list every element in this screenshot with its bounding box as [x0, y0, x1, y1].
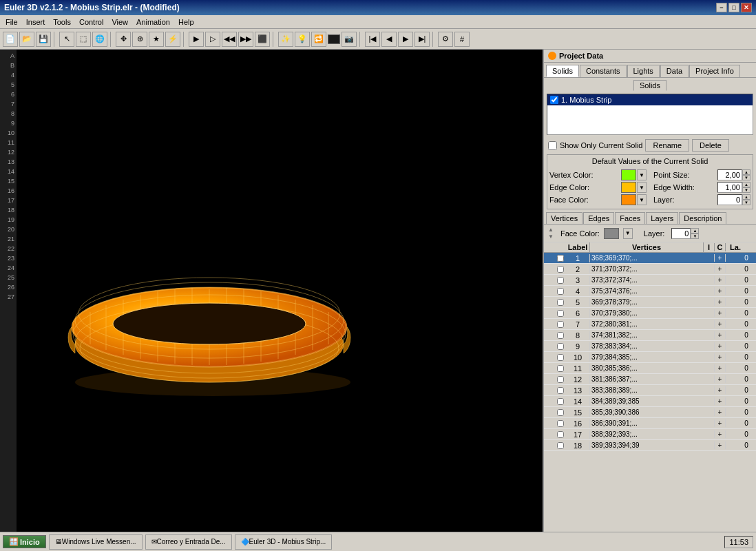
vertex-color-swatch[interactable]: [621, 169, 636, 180]
tab-vertices[interactable]: Vertices: [546, 212, 582, 224]
layer-up[interactable]: ▲: [742, 194, 750, 200]
show-only-checkbox[interactable]: [548, 141, 557, 150]
table-row[interactable]: 1 368;369;370;... + 0: [544, 253, 756, 264]
maximize-button[interactable]: □: [728, 3, 739, 12]
toolbar-nav-last[interactable]: ▶|: [414, 32, 430, 47]
table-row[interactable]: 13 383;388;389;... + 0: [544, 385, 756, 396]
delete-button[interactable]: Delete: [692, 139, 729, 152]
toolbar-magic[interactable]: ⚡: [165, 32, 180, 47]
face-color-arrow[interactable]: ▼: [637, 194, 647, 205]
toolbar-render2[interactable]: 💡: [295, 32, 310, 47]
table-row[interactable]: 7 372;380;381;... + 0: [544, 319, 756, 330]
row-checkbox[interactable]: [557, 354, 564, 361]
face-color-filter-swatch[interactable]: [604, 228, 619, 239]
toolbar-move[interactable]: ✥: [116, 32, 131, 47]
row-checkbox[interactable]: [557, 277, 564, 284]
toolbar-save[interactable]: 💾: [36, 32, 51, 47]
table-row[interactable]: 14 384;389;39;385 + 0: [544, 396, 756, 407]
row-checkbox[interactable]: [557, 310, 564, 317]
solid-checkbox-1[interactable]: [550, 96, 558, 104]
rename-button[interactable]: Rename: [645, 139, 689, 152]
toolbar-grid[interactable]: #: [454, 32, 470, 47]
toolbar-forward[interactable]: ▶▶: [238, 32, 253, 47]
menu-control[interactable]: Control: [75, 17, 107, 28]
tab-solids[interactable]: Solids: [546, 65, 579, 77]
row-checkbox[interactable]: [557, 266, 564, 273]
taskbar-item-1[interactable]: ✉ Correo y Entrada De...: [145, 534, 232, 550]
menu-tools[interactable]: Tools: [49, 17, 75, 28]
toolbar-cursor[interactable]: ↖: [59, 32, 74, 47]
toolbar-render3[interactable]: 🔁: [311, 32, 326, 47]
toolbar-scale[interactable]: ⊕: [132, 32, 147, 47]
tab-data[interactable]: Data: [660, 65, 689, 77]
row-checkbox[interactable]: [557, 343, 564, 350]
menu-insert[interactable]: Insert: [22, 17, 50, 28]
table-row[interactable]: 3 373;372;374;... + 0: [544, 275, 756, 286]
toolbar-play[interactable]: ▶: [189, 32, 204, 47]
row-checkbox[interactable]: [557, 321, 564, 328]
taskbar-item-0[interactable]: 🖥 Windows Live Messen...: [49, 534, 143, 550]
sort-down-arrow[interactable]: ▼: [548, 233, 554, 240]
row-checkbox[interactable]: [557, 431, 564, 438]
row-checkbox[interactable]: [557, 288, 564, 295]
table-row[interactable]: 9 378;383;384;... + 0: [544, 341, 756, 352]
table-row[interactable]: 4 375;374;376;... + 0: [544, 286, 756, 297]
face-color-filter-arrow[interactable]: ▼: [623, 228, 633, 239]
taskbar-item-2[interactable]: 🔷 Euler 3D - Mobius Strip...: [235, 534, 333, 550]
solids-list[interactable]: 1. Mobius Strip: [547, 94, 753, 135]
tab-description[interactable]: Description: [679, 212, 726, 224]
row-checkbox[interactable]: [557, 420, 564, 427]
tab-constants[interactable]: Constants: [580, 65, 627, 77]
layer-down[interactable]: ▼: [742, 200, 750, 205]
menu-file[interactable]: File: [1, 17, 22, 28]
toolbar-play2[interactable]: ▷: [205, 32, 220, 47]
edge-width-input[interactable]: [717, 182, 742, 193]
th-i[interactable]: I: [704, 243, 715, 251]
point-size-up[interactable]: ▲: [742, 169, 750, 175]
solid-item-1[interactable]: 1. Mobius Strip: [547, 94, 753, 105]
table-row[interactable]: 18 389;393;394;39 + 0: [544, 440, 756, 451]
row-checkbox[interactable]: [557, 398, 564, 405]
toolbar-color[interactable]: [328, 34, 340, 44]
layer-input[interactable]: [717, 194, 742, 205]
row-checkbox[interactable]: [557, 376, 564, 383]
row-checkbox[interactable]: [557, 442, 564, 449]
table-row[interactable]: 12 381;386;387;... + 0: [544, 374, 756, 385]
th-vertices[interactable]: Vertices: [590, 242, 704, 252]
table-row[interactable]: 5 369;378;379;... + 0: [544, 297, 756, 308]
toolbar-open[interactable]: 📂: [19, 32, 34, 47]
point-size-input[interactable]: [717, 169, 742, 180]
layer-filter-up[interactable]: ▲: [691, 228, 699, 233]
table-row[interactable]: 8 374;381;382;... + 0: [544, 330, 756, 341]
toolbar-star[interactable]: ★: [149, 32, 164, 47]
table-row[interactable]: 10 379;384;385;... + 0: [544, 352, 756, 363]
layer-filter-input[interactable]: [671, 228, 691, 239]
toolbar-stop[interactable]: ⬛: [255, 32, 270, 47]
th-label[interactable]: Label: [566, 242, 590, 252]
table-row[interactable]: 17 388;392;393;... + 0: [544, 429, 756, 440]
row-checkbox[interactable]: [557, 255, 564, 262]
table-row[interactable]: 15 385;39;390;386 + 0: [544, 407, 756, 418]
faces-table-body[interactable]: 1 368;369;370;... + 0 2 371;370;372;... …: [544, 253, 756, 551]
row-checkbox[interactable]: [557, 299, 564, 306]
tab-project-info[interactable]: Project Info: [689, 65, 740, 77]
th-c[interactable]: C: [715, 243, 726, 251]
row-checkbox[interactable]: [557, 365, 564, 372]
tab-faces[interactable]: Faces: [615, 212, 645, 224]
row-checkbox[interactable]: [557, 387, 564, 394]
tab-lights[interactable]: Lights: [627, 65, 660, 77]
row-checkbox[interactable]: [557, 332, 564, 339]
menu-help[interactable]: Help: [174, 17, 198, 28]
vertex-color-arrow[interactable]: ▼: [637, 169, 647, 180]
menu-view[interactable]: View: [107, 17, 132, 28]
toolbar-render1[interactable]: ✨: [278, 32, 293, 47]
table-row[interactable]: 16 386;390;391;... + 0: [544, 418, 756, 429]
toolbar-new[interactable]: 📄: [3, 32, 18, 47]
toolbar-nav-next[interactable]: ▶: [398, 32, 413, 47]
edge-width-down[interactable]: ▼: [742, 187, 750, 193]
taskbar-start[interactable]: 🪟 Inicio: [3, 535, 46, 548]
sort-up-arrow[interactable]: ▲: [548, 227, 554, 233]
close-button[interactable]: ✕: [741, 3, 752, 12]
toolbar-settings[interactable]: ⚙: [438, 32, 453, 47]
th-la[interactable]: La.: [726, 243, 745, 251]
